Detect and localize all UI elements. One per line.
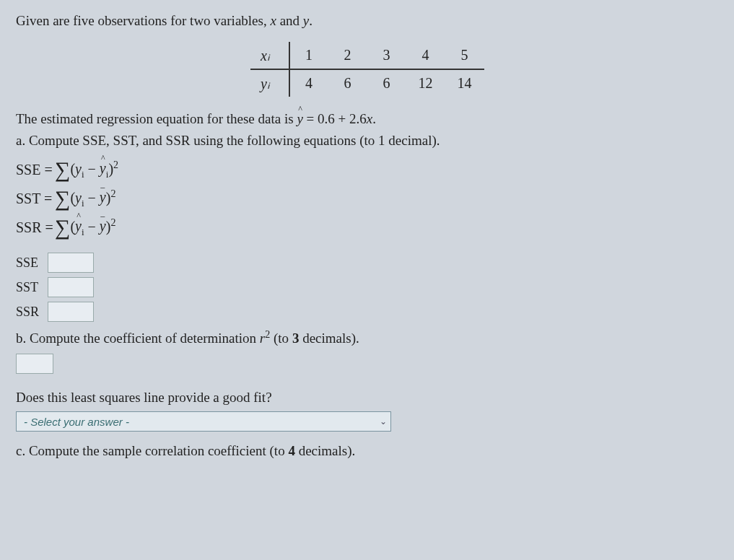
x-cell: 4 xyxy=(406,42,445,69)
table-row: xᵢ 1 2 3 4 5 xyxy=(250,42,484,69)
fit-question: Does this least squares line provide a g… xyxy=(16,390,718,406)
regression-equation: The estimated regression equation for th… xyxy=(16,111,718,127)
ssr-input[interactable] xyxy=(48,302,94,322)
sst-row: SST xyxy=(16,277,718,297)
select-placeholder: - Select your answer - xyxy=(17,416,376,428)
fit-select[interactable]: - Select your answer - ⌄ xyxy=(16,411,391,432)
y-cell: 12 xyxy=(406,69,445,97)
part-c-label: c. Compute the sample correlation coeffi… xyxy=(16,443,718,459)
inputs-block: SSE SST SSR xyxy=(16,253,718,322)
sse-row: SSE xyxy=(16,253,718,273)
y-cell: 6 xyxy=(367,69,406,97)
chevron-down-icon: ⌄ xyxy=(376,416,390,427)
y-cell: 6 xyxy=(328,69,367,97)
x-cell: 5 xyxy=(445,42,484,69)
question-page: Given are five observations for two vari… xyxy=(0,0,734,472)
ssr-row: SSR xyxy=(16,302,718,322)
x-row-label: xᵢ xyxy=(250,42,289,69)
intro-text: Given are five observations for two vari… xyxy=(16,13,718,29)
table-row: yᵢ 4 6 6 12 14 xyxy=(250,69,484,97)
y-cell: 4 xyxy=(289,69,328,97)
part-b-label: b. Compute the coefficient of determinat… xyxy=(16,329,718,346)
data-table: xᵢ 1 2 3 4 5 yᵢ 4 6 6 12 14 xyxy=(250,42,484,97)
part-a-label: a. Compute SSE, SST, and SSR using the f… xyxy=(16,133,718,149)
x-cell: 1 xyxy=(289,42,328,69)
y-row-label: yᵢ xyxy=(250,69,289,97)
ssr-label: SSR xyxy=(16,305,48,320)
x-cell: 2 xyxy=(328,42,367,69)
r2-input[interactable] xyxy=(16,354,53,374)
data-table-wrap: xᵢ 1 2 3 4 5 yᵢ 4 6 6 12 14 xyxy=(16,42,718,97)
sse-input[interactable] xyxy=(48,253,94,273)
formula-block: SSE = ∑ (yi − yi)2 SST = ∑ (yi − y)2 SSR… xyxy=(16,156,718,241)
sst-formula: SST = ∑ (yi − y)2 xyxy=(16,185,718,212)
sse-label: SSE xyxy=(16,255,48,271)
ssr-formula: SSR = ∑ (yi − y)2 xyxy=(16,214,718,241)
y-cell: 14 xyxy=(445,69,484,97)
sst-label: SST xyxy=(16,280,48,295)
x-cell: 3 xyxy=(367,42,406,69)
sse-formula: SSE = ∑ (yi − yi)2 xyxy=(16,156,718,183)
sst-input[interactable] xyxy=(48,277,94,297)
